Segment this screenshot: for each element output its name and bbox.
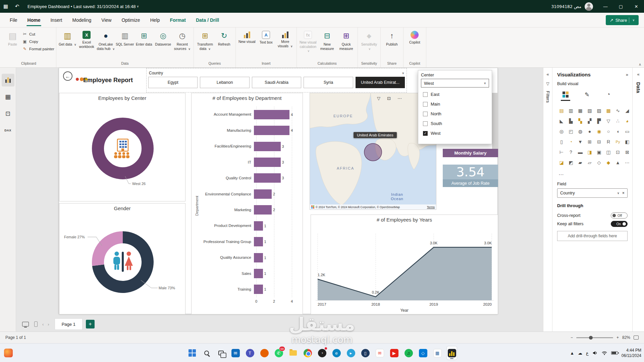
bar[interactable] <box>254 221 263 231</box>
outlook-icon[interactable]: ✉ <box>230 346 240 360</box>
account-name[interactable]: مص 31094182 <box>551 4 581 9</box>
bar[interactable] <box>254 142 281 151</box>
collapse-ribbon-icon[interactable]: ∧ <box>639 62 641 67</box>
center-option-south[interactable]: South <box>421 119 489 128</box>
image-visual-icon[interactable]: ◆ <box>604 158 613 168</box>
bar-row-professional-training-group[interactable]: Professional Training Group1 <box>192 234 301 249</box>
stacked-column-chart-icon[interactable]: ▥ <box>567 106 575 116</box>
gmail-icon[interactable]: ✉ <box>375 346 385 360</box>
checkbox-icon[interactable] <box>423 92 428 97</box>
100-stacked-bar-chart-icon[interactable]: ▨ <box>595 106 603 116</box>
ribbon-button-cut[interactable]: ✂Cut <box>22 32 54 37</box>
matrix-icon[interactable]: ⊟ <box>595 137 603 147</box>
filter-funnel-icon[interactable]: ▽ <box>377 96 380 101</box>
country-option-saudi-arabia[interactable]: Saudi Arabia <box>252 77 301 88</box>
bar[interactable] <box>254 205 272 215</box>
more-options-icon[interactable]: ⋯ <box>397 96 402 101</box>
terms-link[interactable]: Terms <box>427 205 435 209</box>
sidebar-item-table-view[interactable]: ▦ <box>2 90 14 103</box>
kpi-icon[interactable]: ◔ <box>567 137 575 147</box>
line-and-stacked-column-chart-icon[interactable]: ▙ <box>567 116 575 126</box>
gender-visual[interactable]: Gender Female 27%Male 73% <box>59 203 185 314</box>
ribbon-button-sql-server[interactable]: ▥SQL Server <box>115 29 135 60</box>
language-indicator[interactable]: ع <box>586 351 589 356</box>
zoom-in-icon[interactable]: + <box>616 335 619 340</box>
ribbon-button-publish[interactable]: ↑Publish <box>382 29 401 60</box>
chevron-down-icon[interactable]: ∨ <box>617 191 620 195</box>
account-avatar[interactable] <box>585 2 593 11</box>
donut-chart-icon[interactable]: ◎ <box>557 126 566 136</box>
checkbox-icon[interactable] <box>423 102 428 107</box>
drill-through-fields-well[interactable]: Add drill-through fields here <box>557 231 628 241</box>
menu-tab-data-drill[interactable]: Data / Drill <box>191 13 224 27</box>
chevron-down-icon[interactable]: ∨ <box>402 71 404 75</box>
country-option-syria[interactable]: Syria <box>304 77 353 88</box>
shape-map-icon[interactable]: ◉ <box>595 126 603 136</box>
ribbon-button-new-measure[interactable]: ⊟New measure <box>318 29 337 60</box>
arcgis-map-icon[interactable]: ◫ <box>604 147 613 157</box>
edge-icon[interactable]: e <box>331 346 341 360</box>
ribbon-button-dataverse[interactable]: ◎Dataverse <box>154 29 173 60</box>
paginated-report-icon[interactable]: ▣ <box>595 147 603 157</box>
ribbon-button-copilot[interactable]: Copilot <box>405 29 424 60</box>
ribbon-button-transform-data[interactable]: ⊞Transform data ∨ <box>196 29 215 60</box>
slicer-icon[interactable]: ▼ <box>576 137 585 147</box>
gauge-icon[interactable]: ◖ <box>613 126 622 136</box>
menu-tab-insert[interactable]: Insert <box>45 13 67 27</box>
monthly-salary-header[interactable]: Monthly Salary <box>443 149 498 157</box>
remove-field-icon[interactable]: × <box>622 191 625 195</box>
weather-widget[interactable] <box>4 348 23 358</box>
focus-mode-icon[interactable]: ⊡ <box>387 96 391 101</box>
power-bi-taskbar-icon[interactable] <box>447 346 457 360</box>
new-page-button[interactable]: + <box>86 320 95 328</box>
map-visual[interactable]: ▽ ⊡ ⋯ EUROPE AFRICA Indian Ocean United … <box>310 93 436 210</box>
checkbox-checked-icon[interactable]: ✓ <box>423 131 428 136</box>
menu-tab-format[interactable]: Format <box>165 13 191 27</box>
power-automate-icon[interactable]: ⊠ <box>623 147 632 157</box>
back-button[interactable]: ← <box>63 71 72 81</box>
ribbon-button-new-visual[interactable]: New visual <box>237 29 257 60</box>
sidebar-item-dax-query-view[interactable]: DAX <box>2 124 14 137</box>
menu-tab-file[interactable]: File <box>5 13 22 27</box>
ribbon-button-format-painter[interactable]: ✎Format painter <box>22 47 54 51</box>
bar-row-quality-control[interactable]: Quality Control3 <box>192 170 301 186</box>
zoom-slider[interactable] <box>576 337 613 338</box>
clock[interactable]: 4:44 PM 06/11/2024 <box>622 348 641 358</box>
menu-tab-help[interactable]: Help <box>145 13 165 27</box>
menu-tab-view[interactable]: View <box>96 13 116 27</box>
bar[interactable] <box>254 269 263 278</box>
hidden-icons-icon[interactable]: ▲ <box>570 351 574 356</box>
previous-page-icon[interactable]: ‹ <box>42 322 44 327</box>
new-card-icon[interactable]: ◪ <box>557 158 566 168</box>
ribbon-button-more-visuals[interactable]: More visuals ∨ <box>276 29 295 60</box>
center-option-west[interactable]: ✓West <box>421 128 489 138</box>
phone-link-icon[interactable]: ▯ <box>360 346 370 360</box>
100-stacked-column-chart-icon[interactable]: ▩ <box>604 106 613 116</box>
table-icon[interactable]: ⊞ <box>585 137 594 147</box>
onedrive-icon[interactable]: ☁ <box>578 351 582 356</box>
metrics-icon[interactable]: ◨ <box>585 147 594 157</box>
mobile-view-icon[interactable] <box>34 321 38 327</box>
menu-tab-modeling[interactable]: Modeling <box>67 13 96 27</box>
country-option-egypt[interactable]: Egypt <box>148 77 198 88</box>
page-tab[interactable]: Page 1 <box>55 318 83 330</box>
shape-visual-icon[interactable]: ◇ <box>595 158 603 168</box>
title-chevron-icon[interactable]: ∨ <box>137 5 139 8</box>
bar-row-training[interactable]: Training1 <box>192 282 301 297</box>
line-chart-icon[interactable]: ∿ <box>613 106 622 116</box>
employees-by-department-visual[interactable]: # of Employees by Department Department … <box>191 93 303 314</box>
collapse-pane-icon[interactable]: » <box>626 72 628 77</box>
bar-row-it[interactable]: IT3 <box>192 154 301 170</box>
next-page-icon[interactable]: › <box>48 322 49 327</box>
build-visual-tab[interactable] <box>560 89 571 100</box>
area-chart-icon[interactable]: ◢ <box>623 106 632 116</box>
bar[interactable] <box>254 237 263 246</box>
ribbon-chart-icon[interactable]: ▞ <box>585 116 594 126</box>
decomposition-tree-icon[interactable]: ⊢ <box>557 147 566 157</box>
fit-to-page-icon[interactable] <box>634 336 639 340</box>
stacked-area-chart-icon[interactable]: ◣ <box>557 116 566 126</box>
task-view-button[interactable] <box>216 346 226 360</box>
zoom-out-icon[interactable]: − <box>571 335 573 340</box>
center-option-east[interactable]: East <box>421 89 489 99</box>
center-option-north[interactable]: North <box>421 109 489 119</box>
